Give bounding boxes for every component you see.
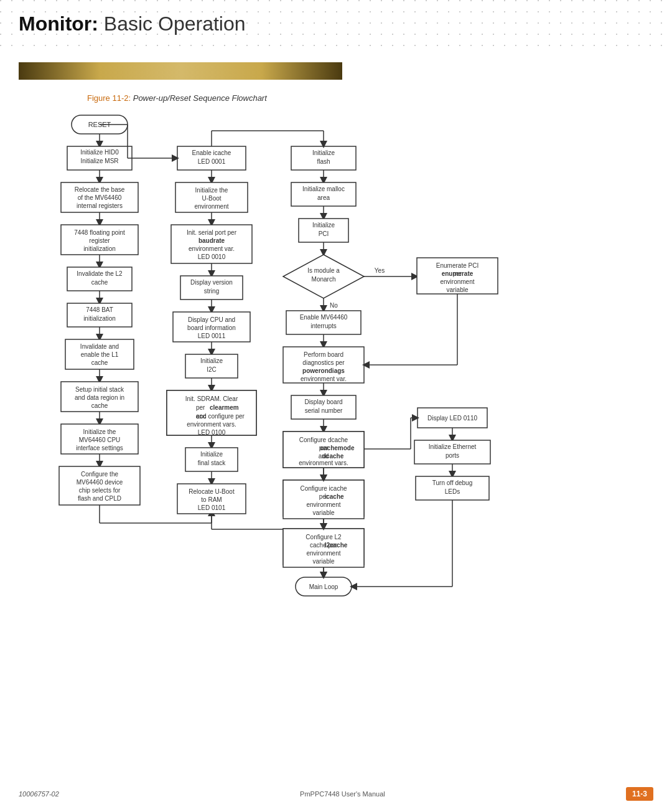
page-badge: 11-3 — [626, 787, 653, 801]
svg-text:per: per — [196, 404, 205, 411]
svg-text:Initialize: Initialize — [312, 222, 335, 229]
svg-text:7448 floating point: 7448 floating point — [74, 229, 125, 236]
svg-text:PCI: PCI — [319, 230, 329, 237]
svg-text:Initialize: Initialize — [200, 451, 223, 458]
svg-text:Perform board: Perform board — [304, 351, 343, 358]
page-title: Monitor: Basic Operation — [19, 12, 246, 35]
svg-text:Initialize the: Initialize the — [195, 187, 228, 194]
svg-text:LED 0101: LED 0101 — [198, 504, 226, 511]
svg-text:Monarch: Monarch — [312, 276, 336, 283]
svg-text:Display board: Display board — [304, 399, 342, 405]
svg-text:interface settings: interface settings — [76, 445, 123, 451]
svg-text:Setup initial stack: Setup initial stack — [75, 386, 124, 393]
svg-text:Configure icache: Configure icache — [300, 485, 347, 492]
svg-text:final stack: final stack — [198, 460, 226, 466]
svg-text:cachemode: cachemode — [320, 445, 354, 451]
svg-text:Configure the: Configure the — [81, 471, 118, 478]
svg-text:Relocate U-Boot: Relocate U-Boot — [189, 488, 235, 495]
figure-caption: Figure 11-2: Power-up/Reset Sequence Flo… — [87, 93, 267, 103]
svg-text:interrupts: interrupts — [310, 323, 337, 329]
svg-text:Configure dcache: Configure dcache — [299, 437, 348, 443]
svg-text:icache: icache — [324, 493, 344, 500]
svg-text:register: register — [89, 237, 110, 244]
manual-title: PmPPC7448 User's Manual — [300, 790, 385, 798]
svg-text:Display LED 0110: Display LED 0110 — [427, 415, 477, 422]
svg-text:Initialize malloc: Initialize malloc — [302, 186, 345, 192]
svg-text:Init. serial port per: Init. serial port per — [187, 229, 237, 236]
svg-text:flash and CPLD: flash and CPLD — [78, 495, 121, 502]
svg-text:ecc: ecc — [196, 413, 207, 420]
svg-text:Initialize the: Initialize the — [83, 428, 116, 435]
svg-text:LEDs: LEDs — [445, 488, 460, 495]
svg-text:clearmem: clearmem — [210, 404, 239, 411]
svg-text:No: No — [330, 302, 338, 309]
svg-text:Is module a: Is module a — [307, 267, 340, 274]
svg-text:initialization: initialization — [83, 315, 116, 322]
svg-text:environment: environment — [194, 203, 228, 210]
svg-text:7448 BAT: 7448 BAT — [86, 306, 113, 313]
svg-text:environment var.: environment var. — [189, 245, 235, 252]
svg-text:ports: ports — [446, 452, 459, 459]
svg-text:baudrate: baudrate — [198, 237, 225, 244]
svg-text:serial number: serial number — [305, 407, 343, 414]
svg-text:Initialize MSR: Initialize MSR — [80, 158, 118, 164]
svg-text:I2C: I2C — [207, 366, 217, 373]
svg-text:Enable icache: Enable icache — [192, 149, 231, 156]
svg-text:Initialize: Initialize — [200, 357, 223, 364]
svg-text:LED 0001: LED 0001 — [198, 158, 226, 165]
svg-text:enable the L1: enable the L1 — [81, 351, 119, 358]
svg-text:Yes: Yes — [375, 267, 385, 274]
svg-text:initialization: initialization — [83, 245, 116, 252]
svg-text:Invalidate and: Invalidate and — [80, 343, 119, 350]
svg-text:environment: environment — [306, 550, 340, 557]
svg-text:board information: board information — [187, 324, 236, 331]
svg-text:cache: cache — [91, 279, 108, 286]
svg-text:Enumerate PCI: Enumerate PCI — [436, 262, 478, 269]
svg-text:cache: cache — [91, 402, 108, 409]
svg-text:Enable MV64460: Enable MV64460 — [300, 314, 348, 321]
svg-text:LED 0011: LED 0011 — [198, 333, 226, 339]
svg-text:variable: variable — [312, 509, 334, 516]
svg-text:Configure L2: Configure L2 — [306, 534, 342, 540]
svg-text:Initialize HID0: Initialize HID0 — [80, 149, 119, 156]
svg-text:to RAM: to RAM — [201, 496, 222, 503]
svg-text:MV64460 CPU: MV64460 CPU — [79, 437, 121, 443]
svg-text:environment: environment — [440, 278, 474, 285]
svg-text:Invalidate the L2: Invalidate the L2 — [77, 270, 123, 277]
svg-text:Display version: Display version — [190, 279, 233, 286]
svg-text:U-Boot: U-Boot — [202, 195, 221, 202]
svg-text:variable: variable — [312, 558, 334, 565]
svg-text:environment var.: environment var. — [301, 375, 347, 382]
svg-text:Initialize Ethernet: Initialize Ethernet — [429, 443, 477, 450]
svg-text:internal registers: internal registers — [77, 202, 123, 209]
svg-text:chip selects for: chip selects for — [79, 487, 121, 494]
svg-text:string: string — [204, 288, 219, 295]
svg-text:enumerate: enumerate — [442, 270, 474, 277]
flowchart-svg: RESET Initialize HID0 Initialize MSR Rel… — [12, 112, 660, 797]
svg-text:Turn off debug: Turn off debug — [432, 479, 473, 486]
svg-text:Main Loop: Main Loop — [309, 583, 338, 590]
svg-text:dcache: dcache — [322, 453, 344, 460]
svg-text:of the MV64460: of the MV64460 — [78, 194, 122, 201]
svg-text:LED 0010: LED 0010 — [198, 253, 226, 260]
svg-text:flash: flash — [317, 158, 330, 165]
svg-text:LED 0100: LED 0100 — [198, 429, 226, 436]
svg-text:Init. SDRAM. Clear: Init. SDRAM. Clear — [185, 395, 238, 402]
svg-text:environment: environment — [306, 501, 340, 508]
svg-text:Relocate the base: Relocate the base — [75, 186, 125, 193]
gold-accent-bar — [19, 62, 342, 80]
footer: 10006757-02 PmPPC7448 User's Manual 11-3 — [0, 787, 672, 801]
svg-text:environment vars.: environment vars. — [187, 421, 236, 428]
svg-text:cache: cache — [91, 359, 108, 366]
svg-text:Display CPU and: Display CPU and — [188, 316, 235, 323]
svg-text:and data region in: and data region in — [75, 394, 124, 401]
svg-text:Initialize: Initialize — [312, 149, 335, 156]
svg-text:variable: variable — [446, 286, 468, 293]
svg-text:powerondiags: powerondiags — [302, 367, 345, 374]
svg-text:l2cache: l2cache — [325, 542, 348, 549]
svg-text:environment vars.: environment vars. — [299, 460, 348, 466]
svg-text:MV64460 device: MV64460 device — [77, 479, 123, 486]
doc-number: 10006757-02 — [19, 790, 59, 798]
svg-text:area: area — [317, 194, 330, 201]
svg-text:diagnostics per: diagnostics per — [302, 359, 345, 366]
